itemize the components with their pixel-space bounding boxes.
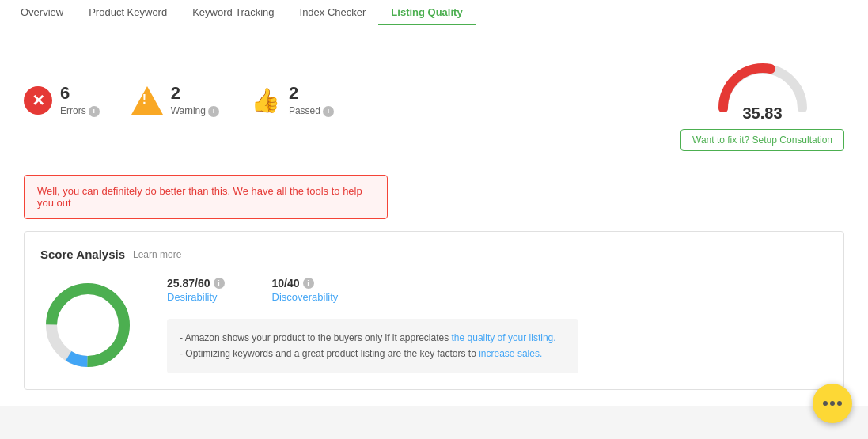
score-metrics: 25.87/60 i Desirability 10/40 i Discover… bbox=[167, 277, 828, 373]
score-analysis-title: Score Analysis bbox=[40, 248, 125, 261]
warnings-count: 2 bbox=[171, 82, 219, 105]
discoverability-label: Discoverability bbox=[272, 291, 339, 303]
discoverability-metric: 10/40 i Discoverability bbox=[272, 277, 339, 303]
warnings-info-icon[interactable]: i bbox=[208, 106, 219, 117]
warning-banner-text: Well, you can definitely do better than … bbox=[37, 185, 362, 209]
learn-more-link[interactable]: Learn more bbox=[133, 249, 181, 260]
errors-label: Errors i bbox=[60, 105, 100, 118]
warning-icon-wrap: ! bbox=[131, 86, 163, 115]
description-box: - Amazon shows your product to the buyer… bbox=[167, 319, 578, 373]
gauge-container: 35.83 Want to fix it? Setup Consultation bbox=[680, 49, 844, 151]
desc-line-2: - Optimizing keywords and a great produc… bbox=[180, 346, 566, 361]
discoverability-info-icon[interactable]: i bbox=[303, 278, 314, 289]
nav-item-overview[interactable]: Overview bbox=[8, 0, 76, 25]
donut-svg bbox=[40, 278, 135, 373]
donut-chart bbox=[40, 278, 135, 373]
stats-row: ✕ 6 Errors i ! 2 Warning i bbox=[24, 41, 844, 167]
passed-text: 2 Passed i bbox=[289, 82, 334, 117]
warnings-text: 2 Warning i bbox=[171, 82, 219, 117]
score-analysis-header: Score Analysis Learn more bbox=[40, 248, 828, 261]
desc-line-1: - Amazon shows your product to the buyer… bbox=[180, 330, 566, 346]
passed-info-icon[interactable]: i bbox=[323, 106, 334, 117]
main-content: ✕ 6 Errors i ! 2 Warning i bbox=[0, 25, 868, 406]
passed-label: Passed i bbox=[289, 105, 334, 118]
error-icon: ✕ bbox=[24, 86, 52, 115]
errors-stat: ✕ 6 Errors i bbox=[24, 82, 100, 117]
metrics-row: 25.87/60 i Desirability 10/40 i Discover… bbox=[167, 277, 828, 303]
desirability-metric: 25.87/60 i Desirability bbox=[167, 277, 225, 303]
chat-dot-2 bbox=[830, 401, 835, 406]
nav-item-product-keyword[interactable]: Product Keyword bbox=[76, 0, 180, 25]
chat-dots bbox=[823, 401, 842, 406]
chat-dot-1 bbox=[823, 401, 828, 406]
errors-text: 6 Errors i bbox=[60, 82, 100, 117]
passed-count: 2 bbox=[289, 82, 334, 105]
nav-item-keyword-tracking[interactable]: Keyword Tracking bbox=[180, 0, 286, 25]
setup-consultation-button[interactable]: Want to fix it? Setup Consultation bbox=[680, 129, 844, 151]
desirability-info-icon[interactable]: i bbox=[214, 278, 225, 289]
chat-dot-3 bbox=[837, 401, 842, 406]
errors-info-icon[interactable]: i bbox=[89, 106, 100, 117]
warnings-label: Warning i bbox=[171, 105, 219, 118]
nav-bar: Overview Product Keyword Keyword Trackin… bbox=[0, 0, 868, 25]
nav-item-listing-quality[interactable]: Listing Quality bbox=[378, 0, 475, 25]
warning-banner: Well, you can definitely do better than … bbox=[24, 175, 388, 219]
gauge-score: 35.83 bbox=[742, 104, 782, 123]
gauge-svg bbox=[711, 49, 814, 112]
desirability-value: 25.87/60 i bbox=[167, 277, 225, 290]
passed-icon: 👍 bbox=[251, 85, 281, 115]
desirability-label: Desirability bbox=[167, 291, 225, 303]
score-body: 25.87/60 i Desirability 10/40 i Discover… bbox=[40, 277, 828, 373]
warning-icon: ! bbox=[131, 86, 163, 115]
warnings-stat: ! 2 Warning i bbox=[131, 82, 219, 117]
nav-item-index-checker[interactable]: Index Checker bbox=[287, 0, 379, 25]
errors-count: 6 bbox=[60, 82, 100, 105]
passed-stat: 👍 2 Passed i bbox=[251, 82, 334, 117]
discoverability-value: 10/40 i bbox=[272, 277, 339, 290]
score-analysis-section: Score Analysis Learn more bbox=[24, 231, 844, 390]
